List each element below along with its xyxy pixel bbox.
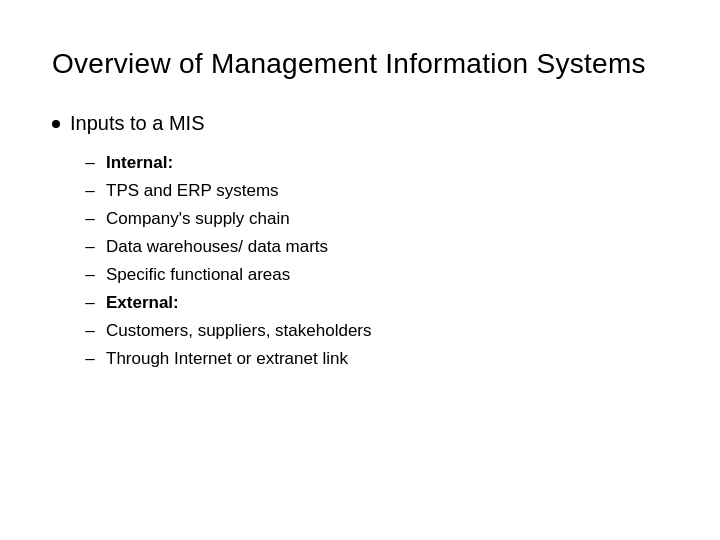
section-heading: Inputs to a MIS (52, 112, 668, 135)
list-item: –Company's supply chain (84, 205, 668, 233)
list-item: –Specific functional areas (84, 261, 668, 289)
dash-icon: – (84, 205, 96, 233)
dash-icon: – (84, 233, 96, 261)
sub-list: –Internal:–TPS and ERP systems–Company's… (52, 149, 668, 373)
inputs-section: Inputs to a MIS –Internal:–TPS and ERP s… (52, 112, 668, 373)
list-item-text: Customers, suppliers, stakeholders (106, 317, 372, 345)
dash-icon: – (84, 261, 96, 289)
bullet-icon (52, 120, 60, 128)
dash-icon: – (84, 289, 96, 317)
list-item-text: Company's supply chain (106, 205, 290, 233)
list-item-text: TPS and ERP systems (106, 177, 279, 205)
section-heading-label: Inputs to a MIS (70, 112, 205, 135)
list-item: –Customers, suppliers, stakeholders (84, 317, 668, 345)
list-item: –External: (84, 289, 668, 317)
dash-icon: – (84, 177, 96, 205)
list-item: –Through Internet or extranet link (84, 345, 668, 373)
slide-title: Overview of Management Information Syste… (52, 48, 668, 80)
list-item: –TPS and ERP systems (84, 177, 668, 205)
list-item: –Internal: (84, 149, 668, 177)
dash-icon: – (84, 149, 96, 177)
list-item-text: Specific functional areas (106, 261, 290, 289)
list-item-text: External: (106, 289, 179, 317)
list-item-text: Internal: (106, 149, 173, 177)
slide: Overview of Management Information Syste… (0, 0, 720, 540)
dash-icon: – (84, 345, 96, 373)
dash-icon: – (84, 317, 96, 345)
list-item-text: Through Internet or extranet link (106, 345, 348, 373)
list-item-text: Data warehouses/ data marts (106, 233, 328, 261)
list-item: –Data warehouses/ data marts (84, 233, 668, 261)
